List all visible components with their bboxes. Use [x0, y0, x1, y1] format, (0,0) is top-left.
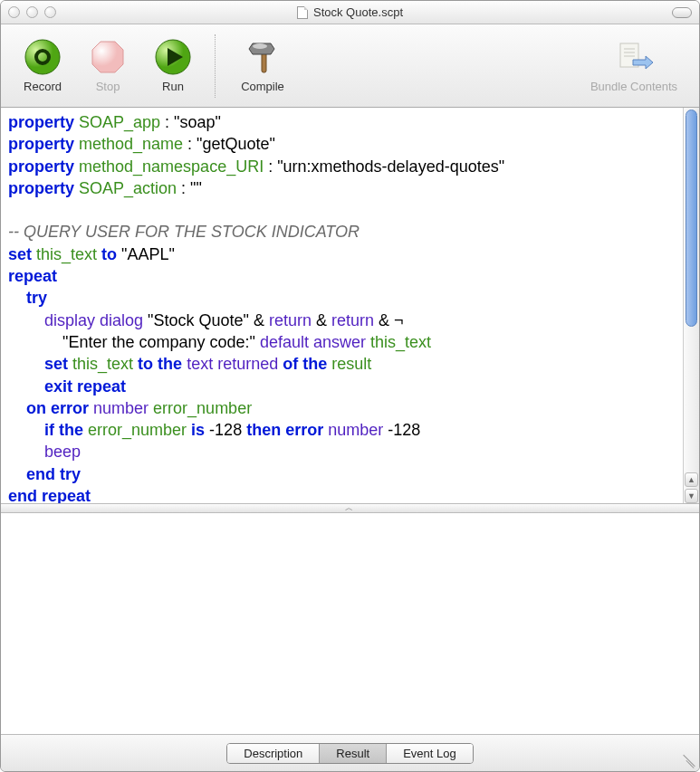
- resize-handle[interactable]: [683, 755, 695, 767]
- script-editor-window: Stock Quote.scpt Record Stop: [0, 0, 700, 772]
- hammer-icon: [244, 38, 282, 76]
- svg-point-0: [25, 40, 60, 74]
- toolbar-run-group: Record Stop Run: [12, 38, 204, 93]
- record-icon: [24, 38, 62, 76]
- compile-label: Compile: [241, 80, 284, 93]
- svg-rect-5: [262, 52, 266, 72]
- toolbar-separator: [215, 34, 216, 98]
- toolbar-toggle-pill[interactable]: [672, 7, 692, 18]
- record-button[interactable]: Record: [12, 38, 73, 93]
- minimize-button[interactable]: [26, 6, 38, 18]
- scrollbar-thumb[interactable]: [686, 110, 697, 327]
- scroll-up-button[interactable]: ▲: [685, 472, 698, 487]
- bottom-bar: Description Result Event Log: [1, 735, 699, 771]
- tab-result[interactable]: Result: [320, 744, 387, 763]
- bundle-label: Bundle Contents: [590, 80, 677, 93]
- svg-point-7: [253, 43, 267, 49]
- bundle-contents-button[interactable]: Bundle Contents: [580, 38, 688, 93]
- tab-description[interactable]: Description: [227, 744, 320, 763]
- run-label: Run: [162, 80, 184, 93]
- code-pane-wrap: property SOAP_app : "soap" property meth…: [1, 108, 699, 504]
- zoom-button[interactable]: [44, 6, 56, 18]
- code-editor[interactable]: property SOAP_app : "soap" property meth…: [1, 108, 683, 503]
- traffic-lights: [8, 6, 56, 18]
- compile-button[interactable]: Compile: [226, 38, 299, 93]
- bottom-tabs: Description Result Event Log: [226, 743, 473, 764]
- result-pane[interactable]: [1, 513, 699, 735]
- tab-event-log[interactable]: Event Log: [387, 744, 473, 763]
- content-area: property SOAP_app : "soap" property meth…: [1, 108, 699, 771]
- vertical-scrollbar[interactable]: ▲ ▼: [683, 108, 699, 503]
- window-title: Stock Quote.scpt: [313, 5, 403, 19]
- titlebar[interactable]: Stock Quote.scpt: [1, 1, 699, 24]
- scroll-down-button[interactable]: ▼: [685, 489, 698, 503]
- toolbar: Record Stop Run: [1, 24, 699, 108]
- record-label: Record: [24, 80, 62, 93]
- pane-splitter[interactable]: ︿: [1, 504, 699, 513]
- window-title-wrap: Stock Quote.scpt: [1, 5, 699, 19]
- bundle-icon: [612, 38, 656, 76]
- stop-button: Stop: [77, 38, 139, 93]
- close-button[interactable]: [8, 6, 20, 18]
- document-icon: [297, 6, 308, 19]
- stop-label: Stop: [96, 80, 120, 93]
- run-icon: [154, 38, 192, 76]
- svg-marker-2: [92, 42, 123, 72]
- run-button[interactable]: Run: [142, 38, 204, 93]
- stop-icon: [89, 38, 127, 76]
